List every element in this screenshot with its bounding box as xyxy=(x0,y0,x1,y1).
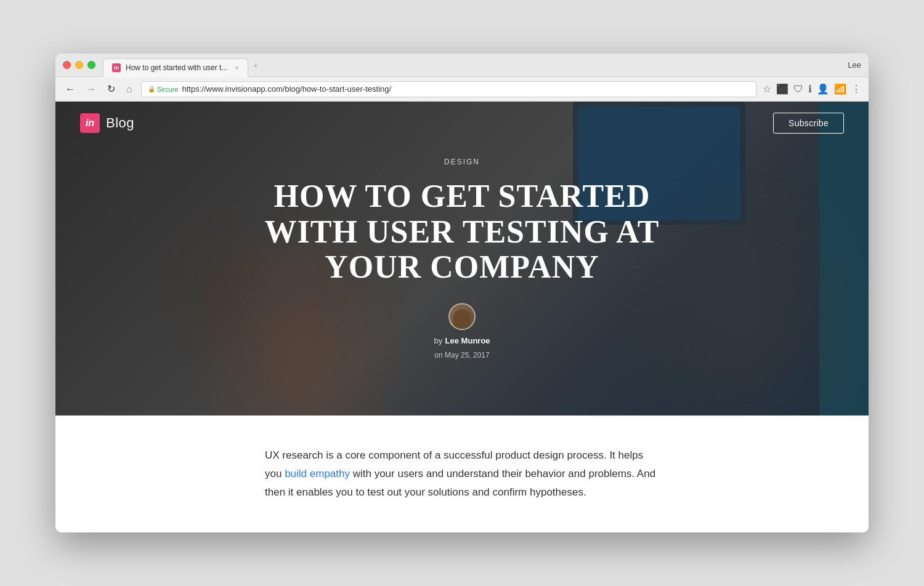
url-bar[interactable]: 🔒 Secure https://www.invisionapp.com/blo… xyxy=(141,81,756,97)
address-bar: ← → ↻ ⌂ 🔒 Secure https://www.invisionapp… xyxy=(55,77,869,102)
url-text: https://www.invisionapp.com/blog/how-to-… xyxy=(182,84,392,94)
maximize-button[interactable] xyxy=(87,61,95,69)
bookmark-icon[interactable]: ☆ xyxy=(763,83,771,95)
lock-icon: 🔒 xyxy=(148,86,155,92)
author-section: by Lee Munroe on May 25, 2017 xyxy=(246,303,678,359)
secure-label: Secure xyxy=(157,86,179,93)
author-name: Lee Munroe xyxy=(445,336,490,345)
author-date: on May 25, 2017 xyxy=(434,351,489,359)
logo-container: in Blog xyxy=(80,113,134,133)
article-paragraph: UX research is a core component of a suc… xyxy=(265,446,659,501)
user-name: Lee xyxy=(848,60,861,70)
article-content: UX research is a core component of a suc… xyxy=(240,446,684,501)
author-byline: by Lee Munroe xyxy=(434,335,490,346)
tab-bar: in How to get started with user t... × + xyxy=(103,56,848,74)
extensions-icon[interactable]: ⬛ xyxy=(776,83,788,95)
blog-label: Blog xyxy=(106,115,134,131)
profile-icon[interactable]: 👤 xyxy=(817,83,829,95)
traffic-lights xyxy=(63,61,95,69)
secure-badge: 🔒 Secure xyxy=(148,86,179,93)
webpage: in Blog Subscribe DESIGN HOW TO GET STAR… xyxy=(55,102,869,532)
toolbar-icons: ☆ ⬛ 🛡 ℹ 👤 📶 ⋮ xyxy=(763,83,861,95)
site-navbar: in Blog Subscribe xyxy=(55,102,869,145)
author-avatar xyxy=(448,303,476,330)
forward-button[interactable]: → xyxy=(84,82,99,96)
title-bar: in How to get started with user t... × +… xyxy=(55,54,869,77)
info-icon[interactable]: ℹ xyxy=(808,83,812,95)
back-button[interactable]: ← xyxy=(63,82,78,96)
subscribe-button[interactable]: Subscribe xyxy=(773,113,844,134)
tab-title: How to get started with user t... xyxy=(126,63,227,72)
hero-section: in Blog Subscribe DESIGN HOW TO GET STAR… xyxy=(55,102,869,415)
shield-icon[interactable]: 🛡 xyxy=(793,84,803,95)
browser-window: in How to get started with user t... × +… xyxy=(55,54,869,532)
minimize-button[interactable] xyxy=(75,61,83,69)
close-button[interactable] xyxy=(63,61,71,69)
menu-icon[interactable]: ⋮ xyxy=(851,83,861,95)
new-tab-button[interactable]: + xyxy=(253,60,258,70)
refresh-button[interactable]: ↻ xyxy=(105,82,118,96)
home-button[interactable]: ⌂ xyxy=(124,82,135,96)
wifi-icon[interactable]: 📶 xyxy=(834,83,846,95)
invision-logo[interactable]: in xyxy=(80,113,100,133)
hero-category: DESIGN xyxy=(246,158,678,167)
active-tab[interactable]: in How to get started with user t... × xyxy=(103,58,248,77)
tab-close-button[interactable]: × xyxy=(235,64,238,71)
build-empathy-link[interactable]: build empathy xyxy=(285,468,350,480)
hero-content: DESIGN HOW TO GET STARTED WITH USER TEST… xyxy=(246,158,678,360)
avatar-silhouette xyxy=(453,309,471,329)
hero-title: HOW TO GET STARTED WITH USER TESTING AT … xyxy=(246,179,678,285)
author-by-label: by xyxy=(434,336,442,345)
tab-favicon: in xyxy=(112,63,121,72)
article-body: UX research is a core component of a suc… xyxy=(55,415,869,532)
